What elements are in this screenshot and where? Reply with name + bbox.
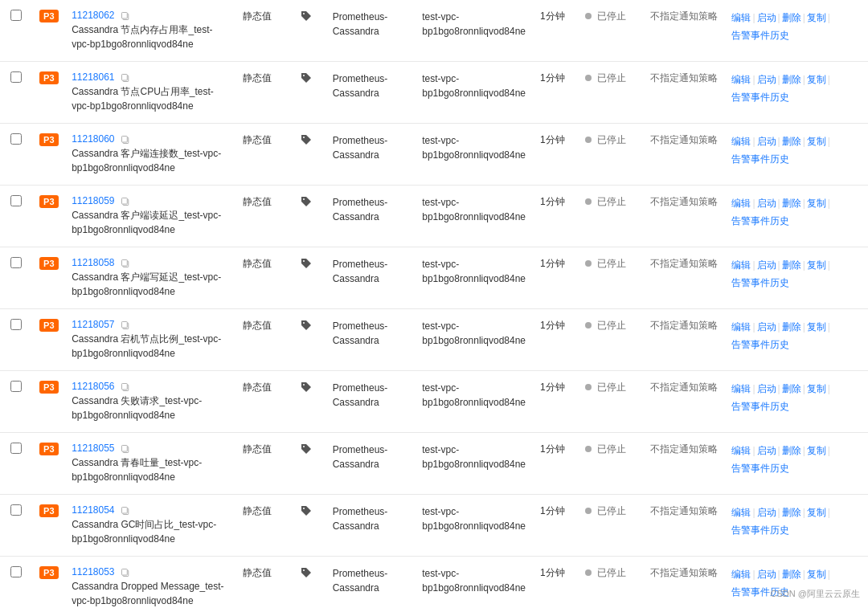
delete-button[interactable]: 删除	[782, 10, 801, 27]
alert-history-button[interactable]: 告警事件历史	[731, 151, 789, 169]
delete-button[interactable]: 删除	[782, 319, 801, 337]
rule-id[interactable]: 11218060	[72, 133, 114, 145]
copy-button[interactable]: 复制	[807, 71, 826, 89]
svg-rect-13	[121, 259, 127, 266]
alert-history-button[interactable]: 告警事件历史	[731, 27, 789, 45]
start-button[interactable]: 启动	[757, 133, 776, 151]
rule-name: Cassandra GC时间占比_test-vpc-bp1bgo8ronnliq…	[72, 517, 230, 546]
copy-icon[interactable]	[121, 320, 130, 330]
svg-rect-25	[121, 507, 127, 513]
edit-button[interactable]: 编辑	[731, 319, 751, 337]
rule-source: Prometheus-Cassandra	[333, 382, 388, 408]
start-button[interactable]: 启动	[757, 504, 776, 522]
row-checkbox[interactable]	[10, 133, 22, 145]
copy-button[interactable]: 复制	[807, 381, 826, 398]
start-button[interactable]: 启动	[757, 71, 776, 89]
copy-button[interactable]: 复制	[807, 566, 826, 584]
tag-icon	[300, 10, 313, 22]
start-button[interactable]: 启动	[757, 566, 776, 584]
rule-interval: 1分钟	[540, 258, 565, 269]
copy-icon[interactable]	[121, 259, 130, 268]
rule-id[interactable]: 11218062	[72, 10, 114, 21]
svg-rect-4	[121, 74, 127, 80]
copy-button[interactable]: 复制	[807, 133, 826, 151]
copy-button[interactable]: 复制	[807, 195, 826, 213]
rule-resource: test-vpc-bp1bgo8ronnliqvod84ne	[422, 382, 526, 408]
copy-button[interactable]: 复制	[807, 504, 826, 522]
notify-policy: 不指定通知策略	[650, 72, 718, 84]
rule-id[interactable]: 11218056	[72, 381, 114, 392]
rule-type: 静态值	[243, 567, 272, 578]
alert-history-button[interactable]: 告警事件历史	[731, 275, 789, 292]
alert-history-button[interactable]: 告警事件历史	[731, 460, 789, 478]
start-button[interactable]: 启动	[757, 10, 776, 27]
delete-button[interactable]: 删除	[782, 195, 801, 213]
delete-button[interactable]: 删除	[782, 133, 801, 151]
status-dot	[585, 75, 592, 81]
watermark: CSDN @阿里云云原生	[771, 588, 860, 600]
priority-badge: P3	[39, 443, 58, 455]
notify-policy: 不指定通知策略	[650, 10, 718, 22]
row-checkbox[interactable]	[10, 381, 22, 392]
row-checkbox[interactable]	[10, 566, 22, 577]
rule-id[interactable]: 11218059	[72, 195, 114, 206]
row-checkbox[interactable]	[10, 195, 22, 206]
notify-policy: 不指定通知策略	[650, 258, 718, 269]
copy-icon[interactable]	[121, 11, 130, 21]
edit-button[interactable]: 编辑	[731, 133, 751, 151]
edit-button[interactable]: 编辑	[731, 257, 751, 275]
start-button[interactable]: 启动	[757, 319, 776, 337]
delete-button[interactable]: 删除	[782, 257, 801, 275]
start-button[interactable]: 启动	[757, 195, 776, 213]
copy-icon[interactable]	[121, 568, 130, 577]
delete-button[interactable]: 删除	[782, 566, 801, 584]
copy-icon[interactable]	[121, 444, 130, 454]
copy-icon[interactable]	[121, 135, 130, 145]
alert-history-button[interactable]: 告警事件历史	[731, 398, 789, 416]
alert-history-button[interactable]: 告警事件历史	[731, 522, 789, 540]
rule-id[interactable]: 11218055	[72, 443, 114, 454]
rule-type: 静态值	[243, 382, 272, 393]
copy-icon[interactable]	[121, 197, 130, 206]
edit-button[interactable]: 编辑	[731, 504, 751, 522]
start-button[interactable]: 启动	[757, 443, 776, 460]
rule-name: Cassandra 客户端连接数_test-vpc-bp1bgo8ronnliq…	[72, 146, 230, 175]
copy-icon[interactable]	[121, 382, 130, 392]
copy-button[interactable]: 复制	[807, 257, 826, 275]
rule-source: Prometheus-Cassandra	[333, 568, 388, 594]
copy-icon[interactable]	[121, 506, 130, 516]
rule-source: Prometheus-Cassandra	[333, 506, 388, 532]
row-checkbox[interactable]	[10, 319, 22, 330]
start-button[interactable]: 启动	[757, 257, 776, 275]
rule-id[interactable]: 11218053	[72, 566, 114, 577]
priority-badge: P3	[39, 566, 58, 579]
edit-button[interactable]: 编辑	[731, 71, 751, 89]
status-dot	[585, 508, 592, 514]
row-checkbox[interactable]	[10, 504, 22, 516]
copy-button[interactable]: 复制	[807, 443, 826, 460]
edit-button[interactable]: 编辑	[731, 566, 751, 584]
edit-button[interactable]: 编辑	[731, 10, 751, 27]
delete-button[interactable]: 删除	[782, 71, 801, 89]
edit-button[interactable]: 编辑	[731, 381, 751, 398]
rule-id[interactable]: 11218057	[72, 319, 114, 330]
delete-button[interactable]: 删除	[782, 504, 801, 522]
edit-button[interactable]: 编辑	[731, 195, 751, 213]
row-checkbox[interactable]	[10, 443, 22, 454]
row-checkbox[interactable]	[10, 71, 22, 83]
copy-button[interactable]: 复制	[807, 10, 826, 27]
delete-button[interactable]: 删除	[782, 443, 801, 460]
rule-id[interactable]: 11218058	[72, 257, 114, 268]
edit-button[interactable]: 编辑	[731, 443, 751, 460]
row-checkbox[interactable]	[10, 10, 22, 21]
alert-history-button[interactable]: 告警事件历史	[731, 213, 789, 231]
alert-history-button[interactable]: 告警事件历史	[731, 337, 789, 354]
start-button[interactable]: 启动	[757, 381, 776, 398]
rule-id[interactable]: 11218054	[72, 504, 114, 516]
copy-icon[interactable]	[121, 73, 130, 83]
row-checkbox[interactable]	[10, 257, 22, 268]
rule-id[interactable]: 11218061	[72, 71, 114, 83]
copy-button[interactable]: 复制	[807, 319, 826, 337]
alert-history-button[interactable]: 告警事件历史	[731, 89, 789, 107]
delete-button[interactable]: 删除	[782, 381, 801, 398]
